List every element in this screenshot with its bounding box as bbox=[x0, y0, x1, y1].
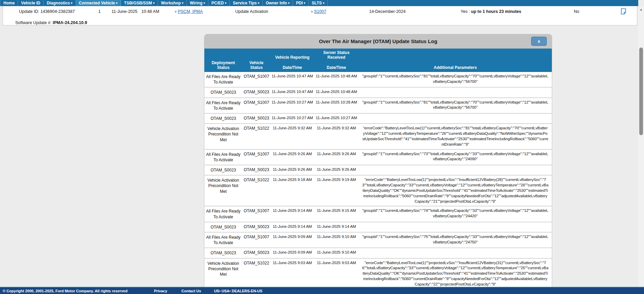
interruption-value: up to 1 hours 23 minutes bbox=[471, 9, 521, 14]
scroll-up-icon[interactable]: ▲ bbox=[638, 8, 644, 11]
server-status-cell: 11-June-2025 10:48 AM bbox=[314, 87, 359, 97]
chevron-down-icon: ▾ bbox=[258, 2, 260, 5]
software-update-number: Software Update #: IPMA-24.204.10.9 bbox=[15, 20, 87, 25]
vehicle-status-cell: OTAM_S1022 bbox=[242, 175, 271, 206]
vehicle-status-cell: OTAM_S0023 bbox=[242, 113, 271, 124]
update-sequence: 1 bbox=[98, 9, 101, 14]
vehicle-status-cell: OTAM_S0023 bbox=[242, 87, 271, 97]
interruption-status: Yes : up to 1 hours 23 minutes bbox=[461, 9, 521, 14]
col-server-status-top: Server Status Received bbox=[314, 49, 359, 60]
update-id: Update ID: 1436904-2382387 bbox=[19, 9, 75, 14]
nav-item-connected-vehicle[interactable]: Connected Vehicle▾ bbox=[76, 0, 121, 6]
vertical-scrollbar[interactable]: ▲ bbox=[638, 6, 644, 287]
additional-parameters-cell: "groupId":"1""currentLvBatterySoc":"81""… bbox=[359, 72, 552, 87]
top-nav: HomeVehicle IDDiagnostics▾Connected Vehi… bbox=[0, 0, 638, 6]
vehicle-status-cell: OTAM_S1022 bbox=[242, 258, 271, 289]
deployment-status-cell: OTAM_S0023 bbox=[204, 87, 242, 97]
nav-item-tsb-gsb-ssm[interactable]: TSB/GSB/SSM▾ bbox=[121, 0, 158, 6]
deployment-status-cell: All Files Are Ready To Activate bbox=[204, 206, 242, 222]
nav-item-pdi[interactable]: PDI▾ bbox=[293, 0, 309, 6]
nav-item-label: Diagnostics bbox=[47, 1, 70, 5]
nav-item-home[interactable]: Home bbox=[0, 0, 18, 6]
nav-item-service-tips[interactable]: Service Tips▾ bbox=[230, 0, 263, 6]
chevron-up-icon: ˄ bbox=[311, 10, 313, 14]
table-header: Vehicle Reporting Server Status Received… bbox=[204, 49, 552, 72]
software-update-value: IPMA-24.204.10.9 bbox=[53, 20, 87, 25]
vehicle-reporting-cell: 11-June-2025 10:27 AM bbox=[271, 113, 314, 124]
vehicle-reporting-cell: 11-June-2025 9:14 AM bbox=[271, 222, 314, 232]
server-status-cell: 11-June-2025 9:19 AM bbox=[314, 175, 359, 206]
notes-icon[interactable] bbox=[621, 8, 626, 15]
chevron-down-icon: ▾ bbox=[153, 2, 155, 5]
vehicle-status-cell: OTAM_S0023 bbox=[242, 165, 271, 175]
table-row: Vehicle Activation Precondition Not MetO… bbox=[204, 258, 552, 289]
table-row: All Files Are Ready To ActivateOTAM_S100… bbox=[204, 98, 552, 113]
deployment-status-cell: OTAM_S0023 bbox=[204, 222, 242, 232]
server-status-cell: 11-June-2025 9:03 AM bbox=[314, 258, 359, 289]
server-status-cell: 11-June-2025 9:26 AM bbox=[314, 165, 359, 175]
otam-status-table: Vehicle Reporting Server Status Received… bbox=[204, 49, 552, 294]
additional-parameters-cell bbox=[359, 165, 552, 175]
table-row: Vehicle Activation Precondition Not MetO… bbox=[204, 124, 552, 149]
col-deployment-status: Deployment Status bbox=[204, 60, 242, 72]
table-row: Vehicle Activation Precondition Not MetO… bbox=[204, 175, 552, 206]
modal-header: Over The Air Manager (OTAM) Update Statu… bbox=[204, 34, 552, 49]
recall-flag: No bbox=[574, 9, 579, 14]
chevron-down-icon: ˅ bbox=[175, 10, 177, 14]
server-status-cell: 11-June-2025 10:27 AM bbox=[314, 113, 359, 124]
server-status-cell: 11-June-2025 9:10 AM bbox=[314, 232, 359, 248]
deployment-status-cell: Vehicle Activation Precondition Not Met bbox=[204, 124, 242, 149]
nav-item-label: PC/ED bbox=[212, 1, 224, 5]
update-date: 11-June-2025 bbox=[112, 9, 137, 14]
vehicle-status-cell: OTAM_S1022 bbox=[242, 124, 271, 149]
vehicle-status-cell: OTAM_S1007 bbox=[242, 149, 271, 165]
scrollbar-thumb[interactable] bbox=[639, 48, 643, 135]
table-row: All Files Are Ready To ActivateOTAM_S100… bbox=[204, 72, 552, 87]
copyright-text: © Copyright 2000, 2001-2025, Ford Motor … bbox=[3, 289, 127, 293]
deployment-status-cell: OTAM_S0023 bbox=[204, 165, 242, 175]
col-server-status-datetime: Date/Time bbox=[314, 60, 359, 72]
nav-item-workshop[interactable]: Workshop▾ bbox=[158, 0, 187, 6]
chevron-down-icon: ▾ bbox=[71, 2, 73, 5]
modal-title: Over The Air Manager (OTAM) Update Statu… bbox=[319, 38, 437, 44]
nav-item-owner-info[interactable]: Owner Info▾ bbox=[263, 0, 293, 6]
vehicle-reporting-cell: 11-June-2025 9:14 AM bbox=[271, 206, 314, 222]
vehicle-reporting-cell: 11-June-2025 10:27 AM bbox=[271, 98, 314, 113]
deployment-status-cell: Vehicle Activation Precondition Not Met bbox=[204, 175, 242, 206]
deployment-status-cell: OTAM_S0023 bbox=[204, 113, 242, 124]
interruption-label: Yes : bbox=[461, 9, 470, 14]
close-button[interactable]: x bbox=[531, 37, 547, 46]
vehicle-status-cell: OTAM_S1007 bbox=[242, 98, 271, 113]
vehicle-reporting-cell: 11-June-2025 10:47 AM bbox=[271, 87, 314, 97]
col-vehicle-reporting-top: Vehicle Reporting bbox=[271, 49, 314, 60]
additional-parameters-cell: "groupId":"1""currentLvBatterySoc":"75""… bbox=[359, 232, 552, 248]
additional-parameters-cell: "errorCode":"BatteryLevelTooLow(1)""proj… bbox=[359, 258, 552, 289]
table-row: OTAM_S0023OTAM_S002311-June-2025 10:47 A… bbox=[204, 87, 552, 97]
table-row: OTAM_S0023OTAM_S002311-June-2025 9:14 AM… bbox=[204, 222, 552, 232]
server-status-cell: 11-June-2025 9:26 AM bbox=[314, 149, 359, 165]
additional-parameters-cell: "groupId":"1""currentLvBatterySoc":"74""… bbox=[359, 206, 552, 222]
server-status-cell: 11-June-2025 9:10 AM bbox=[314, 248, 359, 258]
table-row: OTAM_S0023OTAM_S002311-June-2025 10:27 A… bbox=[204, 113, 552, 124]
additional-parameters-cell bbox=[359, 87, 552, 97]
additional-parameters-cell: "groupId":"1""currentLvBatterySoc":"81""… bbox=[359, 98, 552, 113]
vehicle-reporting-cell: 11-June-2025 9:09 AM bbox=[271, 232, 314, 248]
deployment-status-cell: All Files Are Ready To Activate bbox=[204, 232, 242, 248]
modules-link[interactable]: PSCM, IPMA bbox=[178, 9, 203, 14]
nav-item-vehicle-id[interactable]: Vehicle ID bbox=[18, 0, 44, 6]
table-row: All Files Are Ready To ActivateOTAM_S100… bbox=[204, 206, 552, 222]
nav-item-slts[interactable]: SLTS▾ bbox=[309, 0, 328, 6]
table-row: OTAM_S0023OTAM_S002311-June-2025 9:26 AM… bbox=[204, 165, 552, 175]
nav-item-label: PDI bbox=[296, 1, 303, 5]
nav-item-wiring[interactable]: Wiring▾ bbox=[187, 0, 208, 6]
chevron-down-icon: ▾ bbox=[323, 2, 325, 5]
contact-us-link[interactable]: Contact Us bbox=[181, 289, 201, 293]
nav-item-diagnostics[interactable]: Diagnostics▾ bbox=[44, 0, 76, 6]
status-link[interactable]: S1007 bbox=[314, 9, 326, 14]
nav-item-label: Vehicle ID bbox=[21, 1, 40, 5]
update-action: Update Activation bbox=[235, 9, 268, 14]
chevron-down-icon: ▾ bbox=[182, 2, 184, 5]
privacy-link[interactable]: Privacy bbox=[154, 289, 167, 293]
nav-item-pc-ed[interactable]: PC/ED▾ bbox=[208, 0, 230, 6]
nav-item-label: SLTS bbox=[312, 1, 322, 5]
